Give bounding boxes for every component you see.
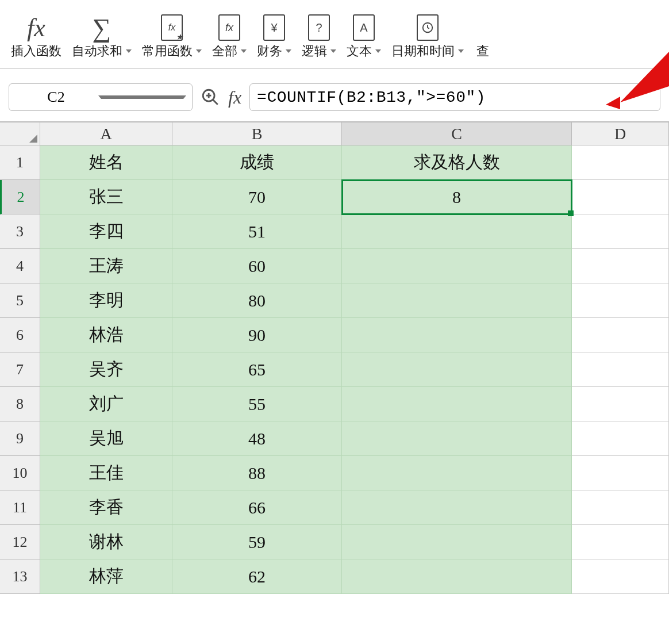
row-header-1[interactable]: 1 [0,145,40,180]
cell-C2[interactable]: 8 [342,180,572,214]
row-header-7[interactable]: 7 [0,352,40,387]
svg-line-2 [213,99,218,105]
logical-button[interactable]: ? 逻辑 [299,12,339,61]
row-header-5[interactable]: 5 [0,283,40,318]
cell-C4[interactable] [342,249,572,283]
cell-D2[interactable] [572,180,669,214]
chevron-down-icon [98,95,186,99]
column-header-c[interactable]: C [342,122,572,145]
logical-label: 逻辑 [302,43,327,60]
cell-C5[interactable] [342,283,572,318]
row-header-4[interactable]: 4 [0,249,40,283]
cell-A2[interactable]: 张三 [40,180,172,214]
cell-C10[interactable] [342,456,572,490]
cell-B7[interactable]: 65 [172,352,342,387]
all-fn-icon: fx [218,13,240,43]
table-row: 11 李香 66 [0,490,669,525]
cell-A1[interactable]: 姓名 [40,145,172,180]
formula-bar[interactable]: =COUNTIF(B2:B13,">=60") [249,83,660,111]
cell-B12[interactable]: 59 [172,525,342,559]
cell-B13[interactable]: 62 [172,559,342,594]
row-header-10[interactable]: 10 [0,456,40,490]
cell-D9[interactable] [572,421,669,456]
cell-C3[interactable] [342,214,572,249]
cell-D13[interactable] [572,559,669,594]
cell-D3[interactable] [572,214,669,249]
chevron-down-icon [375,49,381,53]
fx-icon: fx [27,13,45,43]
cell-B6[interactable]: 90 [172,318,342,352]
table-row: 9 吴旭 48 [0,421,669,456]
column-headers: A B C D [0,122,669,145]
cell-A11[interactable]: 李香 [40,490,172,525]
row-header-8[interactable]: 8 [0,387,40,421]
column-header-b[interactable]: B [172,122,342,145]
cell-C11[interactable] [342,490,572,525]
text-button[interactable]: A 文本 [344,12,383,61]
cell-B2[interactable]: 70 [172,180,342,214]
cell-B11[interactable]: 66 [172,490,342,525]
cell-A12[interactable]: 谢林 [40,525,172,559]
cell-C6[interactable] [342,318,572,352]
cell-C13[interactable] [342,559,572,594]
cell-A5[interactable]: 李明 [40,283,172,318]
autosum-button[interactable]: ∑ 自动求和 [70,12,134,61]
question-icon: ? [308,13,330,43]
name-box[interactable]: C2 [9,83,193,111]
cell-D11[interactable] [572,490,669,525]
cell-D7[interactable] [572,352,669,387]
column-header-d[interactable]: D [572,122,669,145]
cell-D10[interactable] [572,456,669,490]
cell-C12[interactable] [342,525,572,559]
cell-C9[interactable] [342,421,572,456]
table-row: 1 姓名 成绩 求及格人数 [0,145,669,180]
cell-B10[interactable]: 88 [172,456,342,490]
financial-button[interactable]: ¥ 财务 [255,12,294,61]
zoom-search-icon[interactable] [201,87,220,107]
cell-B8[interactable]: 55 [172,387,342,421]
column-header-a[interactable]: A [40,122,172,145]
chevron-down-icon [196,49,202,53]
cell-D8[interactable] [572,387,669,421]
cell-B9[interactable]: 48 [172,421,342,456]
cell-A9[interactable]: 吴旭 [40,421,172,456]
table-row: 8 刘广 55 [0,387,669,421]
cell-D6[interactable] [572,318,669,352]
cell-B5[interactable]: 80 [172,283,342,318]
autosum-label: 自动求和 [72,43,122,60]
cell-B3[interactable]: 51 [172,214,342,249]
cell-B4[interactable]: 60 [172,249,342,283]
cell-B1[interactable]: 成绩 [172,145,342,180]
row-header-11[interactable]: 11 [0,490,40,525]
cell-C7[interactable] [342,352,572,387]
row-header-13[interactable]: 13 [0,559,40,594]
cell-A10[interactable]: 王佳 [40,456,172,490]
cell-D1[interactable] [572,145,669,180]
datetime-button[interactable]: 日期和时间 [389,12,466,61]
cell-A3[interactable]: 李四 [40,214,172,249]
cell-C1[interactable]: 求及格人数 [342,145,572,180]
cell-A13[interactable]: 林萍 [40,559,172,594]
cell-A7[interactable]: 吴齐 [40,352,172,387]
select-all-corner[interactable] [0,122,40,145]
formula-bar-row: C2 fx =COUNTIF(B2:B13,">=60") [0,69,669,121]
row-header-12[interactable]: 12 [0,525,40,559]
all-functions-button[interactable]: fx 全部 [210,12,249,61]
common-functions-label: 常用函数 [142,43,193,60]
cell-D5[interactable] [572,283,669,318]
insert-function-button[interactable]: fx 插入函数 [9,12,64,61]
cell-A6[interactable]: 林浩 [40,318,172,352]
row-header-9[interactable]: 9 [0,421,40,456]
cell-D4[interactable] [572,249,669,283]
cell-A8[interactable]: 刘广 [40,387,172,421]
row-header-3[interactable]: 3 [0,214,40,249]
cell-A4[interactable]: 王涛 [40,249,172,283]
lookup-button-partial[interactable]: 查 [474,12,491,61]
ribbon-formulas-tab: fx 插入函数 ∑ 自动求和 fx ★ 常用函数 fx 全部 ¥ 财务 ? [0,0,669,69]
fx-icon[interactable]: fx [228,87,241,108]
row-header-2[interactable]: 2 [0,180,40,214]
row-header-6[interactable]: 6 [0,318,40,352]
common-functions-button[interactable]: fx ★ 常用函数 [140,12,204,61]
cell-D12[interactable] [572,525,669,559]
cell-C8[interactable] [342,387,572,421]
